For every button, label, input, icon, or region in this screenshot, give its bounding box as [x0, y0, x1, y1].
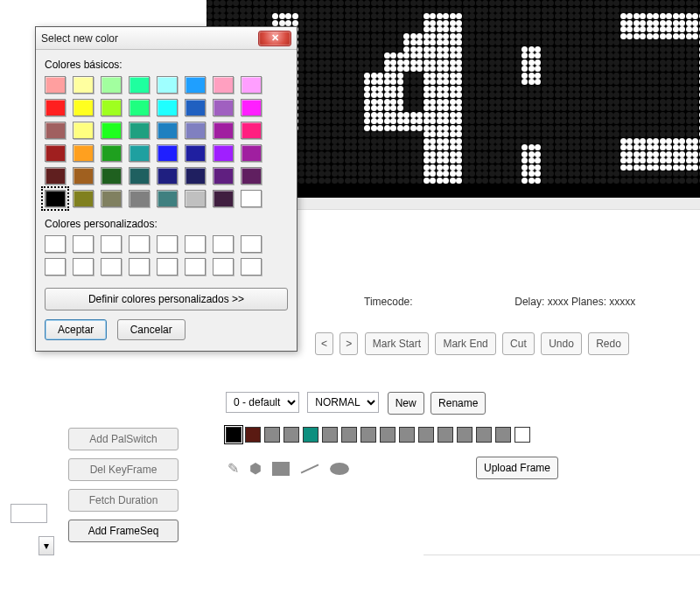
blend-mode-select[interactable]: NORMAL — [307, 392, 379, 413]
custom-color-swatch[interactable] — [73, 258, 94, 276]
palette-color[interactable] — [284, 427, 299, 443]
palette-color[interactable] — [360, 427, 376, 443]
custom-color-swatch[interactable] — [157, 235, 178, 253]
color-swatch[interactable] — [157, 190, 178, 207]
color-swatch[interactable] — [213, 190, 234, 207]
color-swatch[interactable] — [101, 167, 122, 185]
color-swatch[interactable] — [73, 99, 94, 116]
color-swatch[interactable] — [73, 190, 94, 207]
color-swatch[interactable] — [185, 122, 206, 139]
palette-select[interactable]: 0 - default — [226, 392, 299, 413]
color-swatch[interactable] — [157, 167, 178, 185]
prev-frame-button[interactable]: < — [315, 332, 333, 355]
custom-color-swatch[interactable] — [45, 258, 66, 276]
color-swatch[interactable] — [101, 76, 122, 94]
color-swatch[interactable] — [129, 190, 150, 207]
color-swatch[interactable] — [129, 144, 150, 162]
palette-color[interactable] — [476, 427, 492, 443]
color-swatch[interactable] — [101, 99, 122, 116]
palette-color[interactable] — [303, 427, 318, 443]
color-swatch[interactable] — [241, 99, 262, 116]
color-swatch[interactable] — [213, 144, 234, 162]
palette-color[interactable] — [380, 427, 396, 443]
color-swatch[interactable] — [185, 76, 206, 94]
pencil-tool-icon[interactable]: ✎ — [228, 460, 239, 477]
custom-color-swatch[interactable] — [241, 258, 262, 276]
color-swatch[interactable] — [101, 122, 122, 139]
custom-color-swatch[interactable] — [101, 235, 122, 253]
color-swatch[interactable] — [73, 167, 94, 185]
cancel-button[interactable]: Cancelar — [117, 319, 186, 340]
add-palswitch-button[interactable]: Add PalSwitch — [68, 428, 178, 450]
color-swatch[interactable] — [73, 122, 94, 139]
color-swatch[interactable] — [45, 122, 66, 139]
color-swatch[interactable] — [45, 144, 66, 162]
color-swatch[interactable] — [185, 167, 206, 185]
palette-color[interactable] — [226, 427, 242, 443]
upload-frame-button[interactable]: Upload Frame — [476, 457, 558, 479]
palette-color[interactable] — [264, 427, 280, 443]
color-swatch[interactable] — [213, 167, 234, 185]
color-swatch[interactable] — [213, 122, 234, 139]
palette-color[interactable] — [245, 427, 261, 443]
color-swatch[interactable] — [185, 144, 206, 162]
custom-color-swatch[interactable] — [45, 235, 66, 253]
color-swatch[interactable] — [157, 99, 178, 116]
custom-color-swatch[interactable] — [185, 258, 206, 276]
close-button[interactable]: ✕ — [258, 31, 291, 46]
palette-color[interactable] — [495, 427, 511, 443]
color-swatch[interactable] — [45, 76, 66, 94]
fetch-duration-button[interactable]: Fetch Duration — [68, 489, 178, 512]
next-frame-button[interactable]: > — [340, 332, 358, 355]
accept-button[interactable]: Aceptar — [45, 319, 107, 340]
palette-color[interactable] — [341, 427, 357, 443]
add-frameseq-button[interactable]: Add FrameSeq — [68, 520, 178, 542]
fill-tool-icon[interactable]: ⬢ — [249, 460, 262, 477]
color-swatch[interactable] — [73, 144, 94, 162]
custom-color-swatch[interactable] — [213, 235, 234, 253]
cut-button[interactable]: Cut — [502, 332, 535, 355]
palette-color[interactable] — [322, 427, 338, 443]
color-swatch[interactable] — [157, 122, 178, 139]
new-button[interactable]: New — [388, 392, 424, 415]
rename-button[interactable]: Rename — [430, 392, 486, 415]
redo-button[interactable]: Redo — [588, 332, 629, 355]
color-swatch[interactable] — [129, 76, 150, 94]
color-swatch[interactable] — [129, 99, 150, 116]
custom-color-swatch[interactable] — [101, 258, 122, 276]
color-swatch[interactable] — [213, 76, 234, 94]
mark-start-button[interactable]: Mark Start — [365, 332, 429, 355]
color-swatch[interactable] — [241, 76, 262, 94]
color-swatch[interactable] — [185, 190, 206, 207]
custom-color-swatch[interactable] — [157, 258, 178, 276]
del-keyframe-button[interactable]: Del KeyFrame — [68, 458, 178, 481]
palette-color[interactable] — [399, 427, 415, 443]
custom-color-swatch[interactable] — [213, 258, 234, 276]
rect-tool-icon[interactable] — [272, 462, 290, 476]
line-tool-icon[interactable] — [301, 464, 319, 473]
dropdown-arrow[interactable]: ▾ — [38, 536, 54, 555]
palette-color[interactable] — [438, 427, 453, 443]
custom-color-swatch[interactable] — [129, 235, 150, 253]
color-swatch[interactable] — [241, 144, 262, 162]
define-custom-colors-button[interactable]: Definir colores personalizados >> — [45, 288, 288, 310]
palette-color[interactable] — [418, 427, 434, 443]
color-swatch[interactable] — [45, 167, 66, 185]
color-swatch[interactable] — [241, 167, 262, 185]
color-swatch[interactable] — [129, 167, 150, 185]
dialog-titlebar[interactable]: Select new color ✕ — [36, 27, 297, 50]
color-swatch[interactable] — [241, 122, 262, 139]
custom-color-swatch[interactable] — [73, 235, 94, 253]
color-swatch[interactable] — [157, 144, 178, 162]
color-swatch[interactable] — [157, 76, 178, 94]
color-swatch[interactable] — [101, 144, 122, 162]
ellipse-tool-icon[interactable] — [330, 463, 349, 475]
color-swatch[interactable] — [241, 190, 262, 207]
custom-color-swatch[interactable] — [129, 258, 150, 276]
color-swatch[interactable] — [45, 99, 66, 116]
color-swatch[interactable] — [213, 99, 234, 116]
palette-color[interactable] — [514, 427, 530, 443]
custom-color-swatch[interactable] — [241, 235, 262, 253]
mark-end-button[interactable]: Mark End — [435, 332, 495, 355]
palette-color[interactable] — [457, 427, 472, 443]
